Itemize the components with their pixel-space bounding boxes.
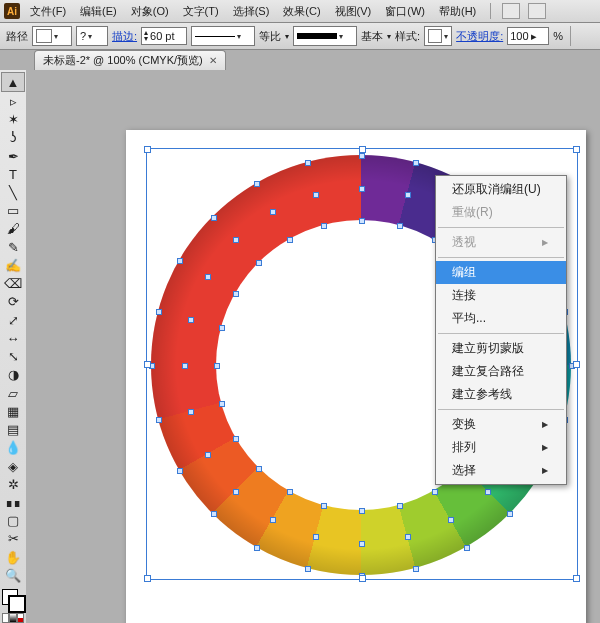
blend-tool[interactable]: ◈ bbox=[2, 457, 24, 475]
direct-selection-tool[interactable]: ▹ bbox=[2, 92, 24, 110]
column-graph-tool[interactable]: ∎∎ bbox=[2, 493, 24, 511]
workspace-button[interactable] bbox=[528, 3, 546, 19]
opacity-label[interactable]: 不透明度: bbox=[456, 29, 503, 44]
artboard-tool[interactable]: ▢ bbox=[2, 512, 24, 530]
pencil-tool[interactable]: ✎ bbox=[2, 238, 24, 256]
zoom-tool[interactable]: 🔍 bbox=[2, 566, 24, 584]
stroke-weight-input[interactable]: ▴▾ 60 pt bbox=[141, 27, 187, 45]
handle-right-mid[interactable] bbox=[573, 361, 580, 368]
menu-select[interactable]: 选择(S) bbox=[229, 2, 274, 21]
ctx-重做R: 重做(R) bbox=[436, 201, 566, 224]
close-icon[interactable]: ✕ bbox=[209, 55, 217, 66]
tools-panel: ▲▹✶ʖ✒T╲▭🖌✎✍⌫⟳⤢↔⤡◑▱▦▤💧◈✲∎∎▢✂✋🔍 bbox=[0, 70, 27, 623]
line-tool[interactable]: ╲ bbox=[2, 183, 24, 201]
paintbrush-tool[interactable]: 🖌 bbox=[2, 220, 24, 238]
style-combo[interactable]: ▾ bbox=[424, 26, 452, 46]
document-tab-title: 未标题-2* @ 100% (CMYK/预览) bbox=[43, 53, 203, 68]
ctx-选择[interactable]: 选择 bbox=[436, 459, 566, 482]
ctx-编组[interactable]: 编组 bbox=[436, 261, 566, 284]
shape-builder-tool[interactable]: ◑ bbox=[2, 366, 24, 384]
menu-view[interactable]: 视图(V) bbox=[331, 2, 376, 21]
free-transform-tool[interactable]: ⤡ bbox=[2, 348, 24, 366]
fill-swatch[interactable]: ▾ bbox=[32, 26, 72, 46]
style-label: 样式: bbox=[395, 29, 420, 44]
color-mode-picker[interactable] bbox=[2, 613, 24, 623]
perspective-tool[interactable]: ▱ bbox=[2, 384, 24, 402]
opacity-input[interactable]: 100 ▸ bbox=[507, 27, 549, 45]
ctx-排列[interactable]: 排列 bbox=[436, 436, 566, 459]
stroke-label[interactable]: 描边: bbox=[112, 29, 137, 44]
symbol-sprayer-tool[interactable]: ✲ bbox=[2, 475, 24, 493]
ctx-建立参考线[interactable]: 建立参考线 bbox=[436, 383, 566, 406]
handle-bottom-right[interactable] bbox=[573, 575, 580, 582]
magic-wand-tool[interactable]: ✶ bbox=[2, 110, 24, 128]
brush-combo[interactable]: ▾ bbox=[191, 26, 255, 46]
pen-tool[interactable]: ✒ bbox=[2, 147, 24, 165]
tab-bar: 未标题-2* @ 100% (CMYK/预览) ✕ bbox=[0, 50, 600, 71]
handle-top-left[interactable] bbox=[144, 146, 151, 153]
handle-bottom-mid[interactable] bbox=[359, 575, 366, 582]
handle-top-right[interactable] bbox=[573, 146, 580, 153]
menu-object[interactable]: 对象(O) bbox=[127, 2, 173, 21]
mesh-tool[interactable]: ▦ bbox=[2, 402, 24, 420]
lasso-tool[interactable]: ʖ bbox=[2, 129, 24, 147]
options-bar: 路径 ▾ ?▾ 描边: ▴▾ 60 pt ▾ 等比▾ ▾ 基本▾ 样式: ▾ 不… bbox=[0, 23, 600, 50]
menu-file[interactable]: 文件(F) bbox=[26, 2, 70, 21]
document-tab[interactable]: 未标题-2* @ 100% (CMYK/预览) ✕ bbox=[34, 50, 226, 70]
blob-brush-tool[interactable]: ✍ bbox=[2, 256, 24, 274]
profile-combo[interactable]: ▾ bbox=[293, 26, 357, 46]
handle-top-mid[interactable] bbox=[359, 146, 366, 153]
menu-window[interactable]: 窗口(W) bbox=[381, 2, 429, 21]
scale-tool[interactable]: ⤢ bbox=[2, 311, 24, 329]
fill-stroke-swatches[interactable] bbox=[2, 589, 24, 607]
rotate-tool[interactable]: ⟳ bbox=[2, 293, 24, 311]
menubar: Ai 文件(F) 编辑(E) 对象(O) 文字(T) 选择(S) 效果(C) 视… bbox=[0, 0, 600, 23]
ctx-透视: 透视 bbox=[436, 231, 566, 254]
app-icon: Ai bbox=[4, 3, 20, 19]
eraser-tool[interactable]: ⌫ bbox=[2, 275, 24, 293]
handle-left-mid[interactable] bbox=[144, 361, 151, 368]
basic-label: 基本 bbox=[361, 29, 383, 44]
slice-tool[interactable]: ✂ bbox=[2, 530, 24, 548]
menu-help[interactable]: 帮助(H) bbox=[435, 2, 480, 21]
hand-tool[interactable]: ✋ bbox=[2, 548, 24, 566]
context-menu[interactable]: 还原取消编组(U)重做(R)透视编组连接平均...建立剪切蒙版建立复合路径建立参… bbox=[435, 175, 567, 485]
type-tool[interactable]: T bbox=[2, 165, 24, 183]
ctx-建立复合路径[interactable]: 建立复合路径 bbox=[436, 360, 566, 383]
eyedropper-tool[interactable]: 💧 bbox=[2, 439, 24, 457]
arrange-docs-button[interactable] bbox=[502, 3, 520, 19]
ctx-建立剪切蒙版[interactable]: 建立剪切蒙版 bbox=[436, 337, 566, 360]
ctx-平均[interactable]: 平均... bbox=[436, 307, 566, 330]
menu-effect[interactable]: 效果(C) bbox=[279, 2, 324, 21]
handle-bottom-left[interactable] bbox=[144, 575, 151, 582]
ctx-连接[interactable]: 连接 bbox=[436, 284, 566, 307]
path-label: 路径 bbox=[6, 29, 28, 44]
gradient-tool[interactable]: ▤ bbox=[2, 420, 24, 438]
width-tool[interactable]: ↔ bbox=[2, 329, 24, 347]
rectangle-tool[interactable]: ▭ bbox=[2, 202, 24, 220]
help-combo[interactable]: ?▾ bbox=[76, 26, 108, 46]
opacity-unit: % bbox=[553, 30, 563, 42]
menu-type[interactable]: 文字(T) bbox=[179, 2, 223, 21]
ctx-还原取消编组U[interactable]: 还原取消编组(U) bbox=[436, 178, 566, 201]
selection-tool[interactable]: ▲ bbox=[1, 72, 25, 92]
menu-edit[interactable]: 编辑(E) bbox=[76, 2, 121, 21]
ctx-变换[interactable]: 变换 bbox=[436, 413, 566, 436]
uniform-label: 等比 bbox=[259, 29, 281, 44]
